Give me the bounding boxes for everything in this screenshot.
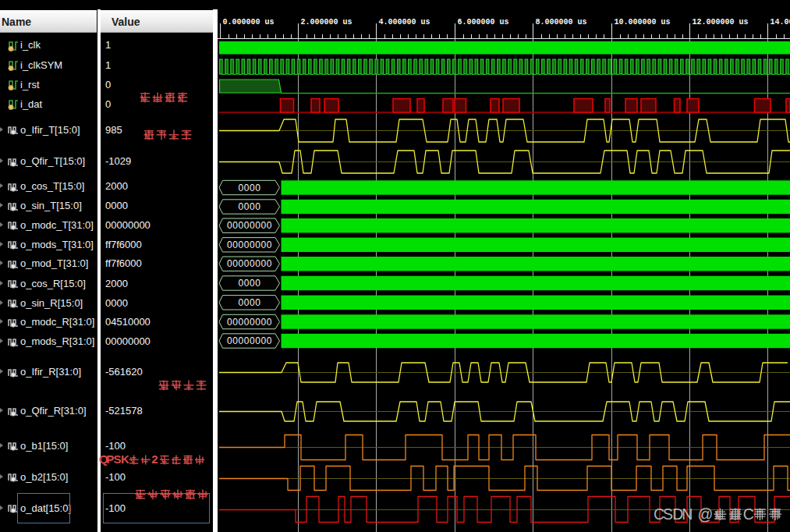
svg-text:0000: 0000 — [238, 183, 260, 193]
svg-text:6.000000 us: 6.000000 us — [458, 18, 509, 27]
svg-text:2.000000 us: 2.000000 us — [301, 18, 352, 27]
svg-text:10.000000 us: 10.000000 us — [615, 18, 671, 27]
svg-text:8.000000 us: 8.000000 us — [536, 18, 587, 27]
svg-text:@: @ — [698, 505, 714, 523]
svg-text:00000000: 00000000 — [227, 335, 272, 346]
svg-text:00000000: 00000000 — [227, 317, 272, 328]
svg-text:S: S — [663, 505, 673, 523]
svg-text:N: N — [682, 505, 693, 523]
svg-text:14.000000 us: 14.000000 us — [771, 18, 790, 27]
svg-text:00000000: 00000000 — [227, 220, 272, 231]
svg-text:00000000: 00000000 — [227, 258, 272, 269]
svg-text:12.000000 us: 12.000000 us — [693, 18, 749, 27]
svg-text:C: C — [743, 505, 754, 523]
svg-text:00000000: 00000000 — [227, 239, 272, 250]
svg-text:0000: 0000 — [238, 297, 260, 308]
svg-text:0.000000 us: 0.000000 us — [223, 18, 275, 27]
svg-text:0000: 0000 — [238, 201, 260, 212]
svg-text:0000: 0000 — [238, 278, 260, 289]
svg-text:4.000000 us: 4.000000 us — [379, 18, 430, 27]
